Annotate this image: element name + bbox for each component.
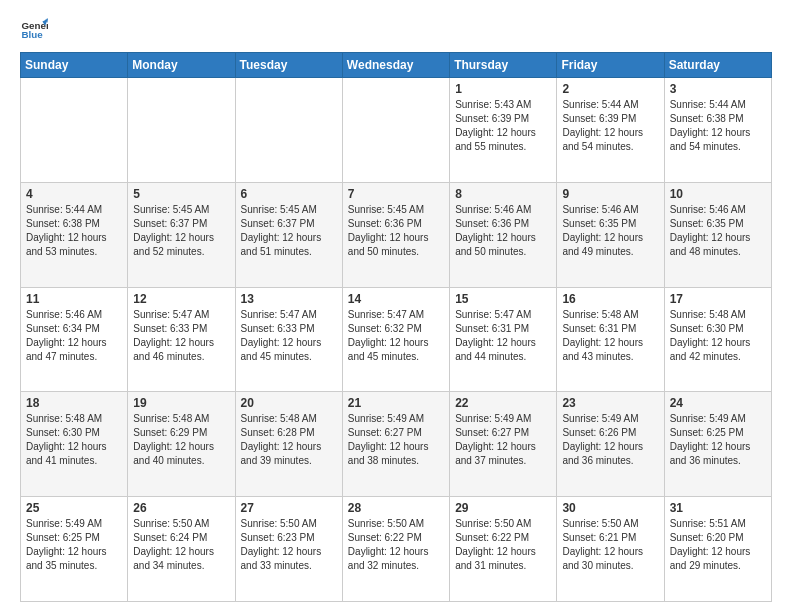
day-info: Sunrise: 5:44 AMSunset: 6:39 PMDaylight:… — [562, 98, 658, 154]
weekday-header-friday: Friday — [557, 53, 664, 78]
weekday-header-saturday: Saturday — [664, 53, 771, 78]
day-info: Sunrise: 5:47 AMSunset: 6:33 PMDaylight:… — [133, 308, 229, 364]
calendar-cell: 22Sunrise: 5:49 AMSunset: 6:27 PMDayligh… — [450, 392, 557, 497]
calendar-cell: 1Sunrise: 5:43 AMSunset: 6:39 PMDaylight… — [450, 78, 557, 183]
day-info: Sunrise: 5:50 AMSunset: 6:22 PMDaylight:… — [455, 517, 551, 573]
day-info: Sunrise: 5:47 AMSunset: 6:33 PMDaylight:… — [241, 308, 337, 364]
calendar-cell: 19Sunrise: 5:48 AMSunset: 6:29 PMDayligh… — [128, 392, 235, 497]
calendar-week-4: 18Sunrise: 5:48 AMSunset: 6:30 PMDayligh… — [21, 392, 772, 497]
calendar-cell: 15Sunrise: 5:47 AMSunset: 6:31 PMDayligh… — [450, 287, 557, 392]
day-info: Sunrise: 5:48 AMSunset: 6:28 PMDaylight:… — [241, 412, 337, 468]
day-info: Sunrise: 5:50 AMSunset: 6:21 PMDaylight:… — [562, 517, 658, 573]
day-info: Sunrise: 5:46 AMSunset: 6:36 PMDaylight:… — [455, 203, 551, 259]
day-info: Sunrise: 5:51 AMSunset: 6:20 PMDaylight:… — [670, 517, 766, 573]
calendar-cell: 18Sunrise: 5:48 AMSunset: 6:30 PMDayligh… — [21, 392, 128, 497]
day-number: 18 — [26, 396, 122, 410]
day-number: 27 — [241, 501, 337, 515]
calendar-cell — [235, 78, 342, 183]
calendar-week-2: 4Sunrise: 5:44 AMSunset: 6:38 PMDaylight… — [21, 182, 772, 287]
day-info: Sunrise: 5:49 AMSunset: 6:27 PMDaylight:… — [348, 412, 444, 468]
calendar-cell: 28Sunrise: 5:50 AMSunset: 6:22 PMDayligh… — [342, 497, 449, 602]
day-info: Sunrise: 5:50 AMSunset: 6:23 PMDaylight:… — [241, 517, 337, 573]
weekday-header-wednesday: Wednesday — [342, 53, 449, 78]
calendar-cell: 20Sunrise: 5:48 AMSunset: 6:28 PMDayligh… — [235, 392, 342, 497]
day-number: 30 — [562, 501, 658, 515]
calendar-cell: 6Sunrise: 5:45 AMSunset: 6:37 PMDaylight… — [235, 182, 342, 287]
day-info: Sunrise: 5:50 AMSunset: 6:24 PMDaylight:… — [133, 517, 229, 573]
day-info: Sunrise: 5:46 AMSunset: 6:34 PMDaylight:… — [26, 308, 122, 364]
day-number: 9 — [562, 187, 658, 201]
calendar-week-5: 25Sunrise: 5:49 AMSunset: 6:25 PMDayligh… — [21, 497, 772, 602]
day-number: 25 — [26, 501, 122, 515]
day-info: Sunrise: 5:49 AMSunset: 6:25 PMDaylight:… — [26, 517, 122, 573]
day-number: 24 — [670, 396, 766, 410]
day-info: Sunrise: 5:46 AMSunset: 6:35 PMDaylight:… — [670, 203, 766, 259]
calendar-cell: 13Sunrise: 5:47 AMSunset: 6:33 PMDayligh… — [235, 287, 342, 392]
day-number: 26 — [133, 501, 229, 515]
day-number: 2 — [562, 82, 658, 96]
calendar-cell: 14Sunrise: 5:47 AMSunset: 6:32 PMDayligh… — [342, 287, 449, 392]
calendar-cell: 2Sunrise: 5:44 AMSunset: 6:39 PMDaylight… — [557, 78, 664, 183]
calendar-cell: 16Sunrise: 5:48 AMSunset: 6:31 PMDayligh… — [557, 287, 664, 392]
calendar-cell — [21, 78, 128, 183]
day-number: 6 — [241, 187, 337, 201]
day-number: 29 — [455, 501, 551, 515]
day-number: 15 — [455, 292, 551, 306]
calendar-cell: 26Sunrise: 5:50 AMSunset: 6:24 PMDayligh… — [128, 497, 235, 602]
calendar-cell: 11Sunrise: 5:46 AMSunset: 6:34 PMDayligh… — [21, 287, 128, 392]
calendar-cell: 10Sunrise: 5:46 AMSunset: 6:35 PMDayligh… — [664, 182, 771, 287]
calendar-cell: 7Sunrise: 5:45 AMSunset: 6:36 PMDaylight… — [342, 182, 449, 287]
calendar-cell: 8Sunrise: 5:46 AMSunset: 6:36 PMDaylight… — [450, 182, 557, 287]
day-info: Sunrise: 5:48 AMSunset: 6:29 PMDaylight:… — [133, 412, 229, 468]
day-info: Sunrise: 5:50 AMSunset: 6:22 PMDaylight:… — [348, 517, 444, 573]
calendar-cell: 5Sunrise: 5:45 AMSunset: 6:37 PMDaylight… — [128, 182, 235, 287]
logo: General Blue — [20, 16, 48, 44]
calendar-cell: 25Sunrise: 5:49 AMSunset: 6:25 PMDayligh… — [21, 497, 128, 602]
calendar-cell: 4Sunrise: 5:44 AMSunset: 6:38 PMDaylight… — [21, 182, 128, 287]
weekday-header-row: SundayMondayTuesdayWednesdayThursdayFrid… — [21, 53, 772, 78]
calendar-cell — [342, 78, 449, 183]
calendar-cell: 27Sunrise: 5:50 AMSunset: 6:23 PMDayligh… — [235, 497, 342, 602]
day-number: 31 — [670, 501, 766, 515]
day-info: Sunrise: 5:45 AMSunset: 6:37 PMDaylight:… — [133, 203, 229, 259]
calendar-cell: 17Sunrise: 5:48 AMSunset: 6:30 PMDayligh… — [664, 287, 771, 392]
day-info: Sunrise: 5:48 AMSunset: 6:30 PMDaylight:… — [26, 412, 122, 468]
day-number: 19 — [133, 396, 229, 410]
weekday-header-monday: Monday — [128, 53, 235, 78]
day-number: 5 — [133, 187, 229, 201]
day-number: 20 — [241, 396, 337, 410]
day-info: Sunrise: 5:49 AMSunset: 6:25 PMDaylight:… — [670, 412, 766, 468]
day-number: 12 — [133, 292, 229, 306]
calendar-week-3: 11Sunrise: 5:46 AMSunset: 6:34 PMDayligh… — [21, 287, 772, 392]
weekday-header-sunday: Sunday — [21, 53, 128, 78]
day-number: 17 — [670, 292, 766, 306]
calendar-cell: 3Sunrise: 5:44 AMSunset: 6:38 PMDaylight… — [664, 78, 771, 183]
day-number: 4 — [26, 187, 122, 201]
day-number: 21 — [348, 396, 444, 410]
day-number: 3 — [670, 82, 766, 96]
day-info: Sunrise: 5:44 AMSunset: 6:38 PMDaylight:… — [670, 98, 766, 154]
calendar-table: SundayMondayTuesdayWednesdayThursdayFrid… — [20, 52, 772, 602]
day-number: 28 — [348, 501, 444, 515]
day-info: Sunrise: 5:47 AMSunset: 6:31 PMDaylight:… — [455, 308, 551, 364]
day-number: 1 — [455, 82, 551, 96]
calendar-cell: 9Sunrise: 5:46 AMSunset: 6:35 PMDaylight… — [557, 182, 664, 287]
calendar-cell: 31Sunrise: 5:51 AMSunset: 6:20 PMDayligh… — [664, 497, 771, 602]
weekday-header-tuesday: Tuesday — [235, 53, 342, 78]
calendar-cell: 12Sunrise: 5:47 AMSunset: 6:33 PMDayligh… — [128, 287, 235, 392]
calendar-cell: 23Sunrise: 5:49 AMSunset: 6:26 PMDayligh… — [557, 392, 664, 497]
day-info: Sunrise: 5:45 AMSunset: 6:36 PMDaylight:… — [348, 203, 444, 259]
calendar-cell: 24Sunrise: 5:49 AMSunset: 6:25 PMDayligh… — [664, 392, 771, 497]
calendar-cell — [128, 78, 235, 183]
day-info: Sunrise: 5:49 AMSunset: 6:26 PMDaylight:… — [562, 412, 658, 468]
day-info: Sunrise: 5:46 AMSunset: 6:35 PMDaylight:… — [562, 203, 658, 259]
calendar-week-1: 1Sunrise: 5:43 AMSunset: 6:39 PMDaylight… — [21, 78, 772, 183]
day-number: 23 — [562, 396, 658, 410]
weekday-header-thursday: Thursday — [450, 53, 557, 78]
day-number: 16 — [562, 292, 658, 306]
svg-text:Blue: Blue — [21, 29, 43, 40]
day-info: Sunrise: 5:43 AMSunset: 6:39 PMDaylight:… — [455, 98, 551, 154]
calendar-cell: 30Sunrise: 5:50 AMSunset: 6:21 PMDayligh… — [557, 497, 664, 602]
day-number: 8 — [455, 187, 551, 201]
day-number: 13 — [241, 292, 337, 306]
